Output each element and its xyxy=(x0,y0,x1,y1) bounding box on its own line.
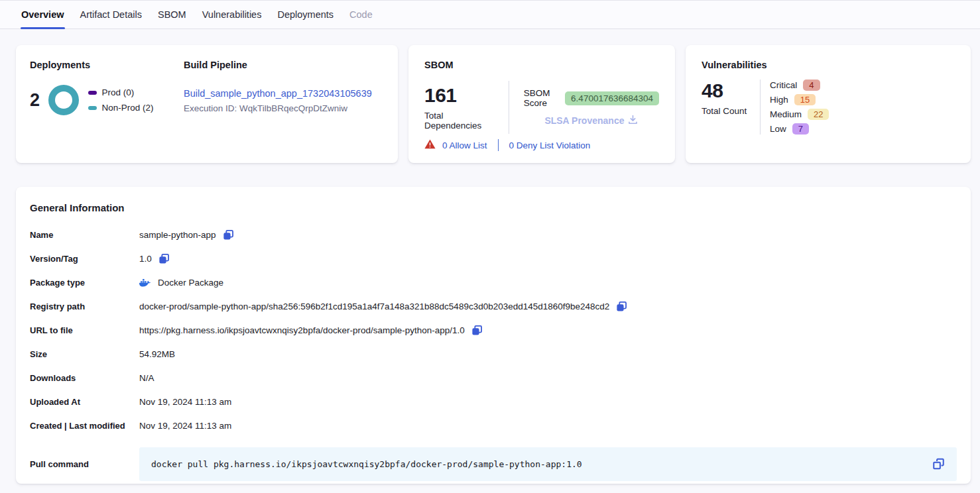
deployments-legend: Prod (0) Non-Prod (2) xyxy=(88,87,154,113)
slsa-provenance-link[interactable]: SLSA Provenance xyxy=(544,115,638,127)
vulnerabilities-card: Vulnerabilities 48 Total Count Critical … xyxy=(686,45,971,163)
sbom-score-label: SBOM Score xyxy=(524,88,558,108)
severity-row-medium: Medium 22 xyxy=(770,109,829,120)
created-modified-value: Nov 19, 2024 11:13 am xyxy=(139,421,231,431)
row-package-type: Package type Docker Package xyxy=(30,276,957,290)
row-version-tag: Version/Tag 1.0 xyxy=(30,252,957,266)
row-uploaded-at: Uploaded At Nov 19, 2024 11:13 am xyxy=(30,395,957,409)
vulnerabilities-title: Vulnerabilities xyxy=(702,60,955,70)
summary-cards-row: Deployments 2 Prod (0) Non-Prod (2) Buil… xyxy=(0,29,980,163)
severity-row-critical: Critical 4 xyxy=(770,80,829,91)
tab-vulnerabilities[interactable]: Vulnerabilities xyxy=(194,1,270,28)
package-type-value: Docker Package xyxy=(158,278,223,288)
package-type-label: Package type xyxy=(30,278,139,288)
warning-triangle-icon xyxy=(424,139,436,151)
row-created-modified: Created | Last modified Nov 19, 2024 11:… xyxy=(30,419,957,433)
uploaded-at-value: Nov 19, 2024 11:13 am xyxy=(139,397,231,407)
deny-list-violation-link[interactable]: 0 Deny List Violation xyxy=(509,140,591,150)
url-to-file-label: URL to file xyxy=(30,325,139,335)
row-downloads: Downloads N/A xyxy=(30,371,957,385)
row-name: Name sample-python-app xyxy=(30,228,957,242)
severity-row-high: High 15 xyxy=(770,94,829,105)
sbom-total-dependencies-count: 161 xyxy=(424,84,494,106)
vulnerabilities-stats: 48 Total Count xyxy=(702,80,760,135)
tab-deployments[interactable]: Deployments xyxy=(269,1,341,28)
high-count-badge: 15 xyxy=(794,94,816,105)
build-pipeline-link[interactable]: Build_sample_python_app_1732043105639 xyxy=(184,88,372,99)
build-pipeline-title: Build Pipeline xyxy=(184,60,372,70)
critical-label: Critical xyxy=(770,80,797,90)
sbom-card: SBOM 161 Total Dependencies SBOM Score 6… xyxy=(408,45,675,163)
low-count-badge: 7 xyxy=(792,123,809,135)
vulnerabilities-total-count: 48 xyxy=(702,80,760,101)
medium-count-badge: 22 xyxy=(808,109,829,120)
row-registry-path: Registry path docker-prod/sample-python-… xyxy=(30,300,957,313)
legend-item-nonprod: Non-Prod (2) xyxy=(88,103,154,113)
row-pull-command: Pull command docker pull pkg.harness.io/… xyxy=(30,447,957,481)
severity-list: Critical 4 High 15 Medium 22 Low 7 xyxy=(770,80,829,135)
tab-artifact-details[interactable]: Artifact Details xyxy=(72,1,150,28)
general-information-title: General Information xyxy=(30,202,957,213)
download-icon xyxy=(628,115,638,127)
tab-sbom[interactable]: SBOM xyxy=(150,1,194,28)
pull-command-label: Pull command xyxy=(30,459,139,469)
name-label: Name xyxy=(30,230,139,240)
size-label: Size xyxy=(30,349,139,359)
sbom-divider xyxy=(509,81,509,134)
sbom-stats: 161 Total Dependencies xyxy=(424,84,494,131)
sbom-score-badge: 6.470017636684304 xyxy=(565,91,659,105)
tab-code[interactable]: Code xyxy=(341,1,381,28)
registry-path-label: Registry path xyxy=(30,301,139,311)
prod-legend-label: Prod (0) xyxy=(102,87,135,97)
copy-icon[interactable] xyxy=(223,229,234,241)
medium-label: Medium xyxy=(770,109,802,119)
row-url-to-file: URL to file https://pkg.harness.io/ikpsj… xyxy=(30,323,957,337)
uploaded-at-label: Uploaded At xyxy=(30,397,139,407)
pull-command-box: docker pull pkg.harness.io/ikpsjoavtcwxn… xyxy=(139,447,957,481)
row-size: Size 54.92MB xyxy=(30,347,957,361)
vulnerabilities-total-label: Total Count xyxy=(702,106,760,116)
deployments-title: Deployments xyxy=(30,60,184,70)
version-tag-value: 1.0 xyxy=(139,254,152,264)
critical-count-badge: 4 xyxy=(803,80,820,91)
sbom-title: SBOM xyxy=(424,60,659,70)
url-to-file-value: https://pkg.harness.io/ikpsjoavtcwxnqisy… xyxy=(139,325,465,335)
size-value: 54.92MB xyxy=(139,349,175,359)
prod-legend-dot xyxy=(88,91,97,95)
deployments-donut-chart xyxy=(48,85,79,115)
execution-id-text: Execution ID: WqkTilbBRqecQrpDtZwniw xyxy=(184,103,372,113)
copy-icon[interactable] xyxy=(932,458,945,470)
vulnerabilities-divider xyxy=(760,80,761,135)
high-label: High xyxy=(770,95,788,105)
general-information-card: General Information Name sample-python-a… xyxy=(16,187,971,484)
registry-path-value: docker-prod/sample-python-app/sha256:596… xyxy=(139,301,609,311)
legend-item-prod: Prod (0) xyxy=(88,87,154,97)
created-modified-label: Created | Last modified xyxy=(30,421,139,431)
deployments-section: Deployments 2 Prod (0) Non-Prod (2) xyxy=(30,60,184,148)
nonprod-legend-label: Non-Prod (2) xyxy=(102,103,154,113)
tab-bar: Overview Artifact Details SBOM Vulnerabi… xyxy=(0,0,980,29)
deployments-card: Deployments 2 Prod (0) Non-Prod (2) Buil… xyxy=(16,45,398,163)
name-value: sample-python-app xyxy=(139,230,216,240)
slsa-provenance-label: SLSA Provenance xyxy=(544,115,624,126)
tab-overview[interactable]: Overview xyxy=(13,1,72,28)
docker-whale-icon xyxy=(139,278,151,288)
build-pipeline-section: Build Pipeline Build_sample_python_app_1… xyxy=(184,60,372,148)
low-label: Low xyxy=(770,124,786,134)
allow-list-link[interactable]: 0 Allow List xyxy=(442,140,487,150)
nonprod-legend-dot xyxy=(88,106,97,110)
downloads-label: Downloads xyxy=(30,373,139,383)
copy-icon[interactable] xyxy=(471,325,483,336)
sbom-links-separator xyxy=(498,139,499,151)
deployments-total-count: 2 xyxy=(30,90,40,111)
sbom-total-label: Total Dependencies xyxy=(424,111,494,131)
copy-icon[interactable] xyxy=(616,301,627,312)
downloads-value: N/A xyxy=(139,373,154,383)
version-tag-label: Version/Tag xyxy=(30,254,139,264)
pull-command-text: docker pull pkg.harness.io/ikpsjoavtcwxn… xyxy=(151,459,582,469)
copy-icon[interactable] xyxy=(158,253,170,264)
severity-row-low: Low 7 xyxy=(770,123,829,135)
